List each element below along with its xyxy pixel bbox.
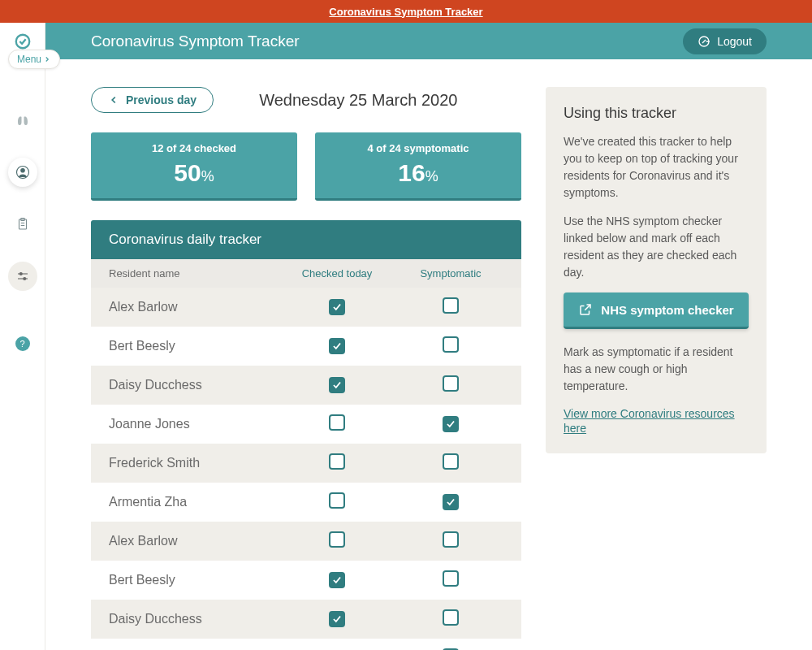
resident-name: Armentia Zha xyxy=(109,495,276,509)
resources-link[interactable]: View more Coronavirus resources here xyxy=(564,407,735,435)
previous-day-label: Previous day xyxy=(126,93,197,106)
stat-symptomatic: 4 of 24 symptomatic 16% xyxy=(315,132,521,201)
sidebar-item-settings[interactable] xyxy=(8,262,37,291)
resident-name: Frederick Smith xyxy=(109,456,276,470)
date-nav: Previous day Wednesday 25 March 2020 xyxy=(91,87,521,113)
resident-name: Alex Barlow xyxy=(109,534,276,548)
symptomatic-checkbox[interactable] xyxy=(443,416,459,432)
stat-checked: 12 of 24 checked 50% xyxy=(91,132,297,201)
stat-symp-value: 16 xyxy=(398,159,425,186)
symptomatic-checkbox[interactable] xyxy=(443,494,459,510)
menu-label: Menu xyxy=(17,54,41,65)
checked-today-checkbox[interactable] xyxy=(329,572,345,588)
info-paragraph: We've created this tracker to help you t… xyxy=(564,133,749,202)
col-header-name: Resident name xyxy=(109,267,276,280)
symptomatic-checkbox[interactable] xyxy=(443,297,459,314)
table-row: Armentia Zha xyxy=(91,483,521,522)
sidebar-item-clipboard[interactable] xyxy=(8,210,37,239)
info-title: Using this tracker xyxy=(564,105,749,122)
checked-today-checkbox[interactable] xyxy=(329,453,345,470)
table-title: Coronavirus daily tracker xyxy=(91,220,521,259)
stat-symp-unit: % xyxy=(425,168,438,184)
nhs-checker-button[interactable]: NHS symptom checker xyxy=(564,292,749,329)
checked-today-checkbox[interactable] xyxy=(329,531,345,548)
stat-symp-sub: 4 of 24 symptomatic xyxy=(315,142,521,154)
logout-icon xyxy=(698,35,710,48)
stat-checked-sub: 12 of 24 checked xyxy=(91,142,297,154)
symptomatic-checkbox[interactable] xyxy=(443,570,459,587)
resident-name: Bert Beesly xyxy=(109,339,276,353)
table-row: Daisy Ducchess xyxy=(91,366,521,405)
symptomatic-checkbox[interactable] xyxy=(443,609,459,626)
resident-name: Alex Barlow xyxy=(109,300,276,314)
symptomatic-checkbox[interactable] xyxy=(443,531,459,548)
resident-name: Joanne Jones xyxy=(109,417,276,431)
chevron-right-icon xyxy=(43,55,51,63)
person-circle-icon xyxy=(15,165,30,180)
nhs-button-label: NHS symptom checker xyxy=(601,303,733,317)
clipboard-icon xyxy=(15,217,30,232)
checked-today-checkbox[interactable] xyxy=(329,492,345,509)
symptomatic-checkbox[interactable] xyxy=(443,453,459,470)
svg-point-10 xyxy=(19,273,22,275)
stats-row: 12 of 24 checked 50% 4 of 24 symptomatic… xyxy=(91,132,521,201)
checked-today-checkbox[interactable] xyxy=(329,299,345,315)
logout-label: Logout xyxy=(717,35,752,48)
table-row: Alex Barlow xyxy=(91,522,521,561)
current-date: Wednesday 25 March 2020 xyxy=(259,91,457,110)
table-row: Joanne Jones xyxy=(91,405,521,444)
svg-point-11 xyxy=(23,278,25,280)
sidebar: ? xyxy=(0,23,45,650)
resident-name: Daisy Ducchess xyxy=(109,612,276,626)
checked-today-checkbox[interactable] xyxy=(329,611,345,627)
sidebar-item-lungs[interactable] xyxy=(8,106,37,135)
page-title: Coronavirus Symptom Tracker xyxy=(91,32,300,50)
table-row: Bert Beesly xyxy=(91,327,521,366)
checked-today-checkbox[interactable] xyxy=(329,338,345,354)
info-paragraph: Use the NHS symptom checker linked below… xyxy=(564,213,749,281)
logout-button[interactable]: Logout xyxy=(683,28,767,54)
svg-point-3 xyxy=(20,169,24,173)
external-link-icon xyxy=(578,302,593,317)
chevron-left-icon xyxy=(108,94,119,106)
table-header: Resident name Checked today Symptomatic xyxy=(91,259,521,288)
table-row: Daisy Ducchess xyxy=(91,600,521,639)
top-banner: Coronavirus Symptom Tracker xyxy=(0,0,812,23)
info-panel: Using this tracker We've created this tr… xyxy=(546,87,767,453)
sidebar-item-resident[interactable] xyxy=(8,158,37,187)
info-paragraph: Mark as symptomatic if a resident has a … xyxy=(564,344,749,395)
menu-toggle[interactable]: Menu xyxy=(8,50,60,69)
lungs-icon xyxy=(15,113,30,128)
col-header-checked: Checked today xyxy=(276,267,398,280)
col-header-symptomatic: Symptomatic xyxy=(398,267,503,280)
table-row: Joanne Jones xyxy=(91,639,521,650)
checked-today-checkbox[interactable] xyxy=(329,414,345,431)
previous-day-button[interactable]: Previous day xyxy=(91,87,214,113)
banner-link[interactable]: Coronavirus Symptom Tracker xyxy=(329,6,482,18)
stat-checked-unit: % xyxy=(201,168,214,184)
table-row: Alex Barlow xyxy=(91,288,521,327)
resident-name: Daisy Ducchess xyxy=(109,378,276,392)
resident-name: Bert Beesly xyxy=(109,573,276,587)
sliders-icon xyxy=(15,269,30,284)
symptomatic-checkbox[interactable] xyxy=(443,375,459,392)
symptomatic-checkbox[interactable] xyxy=(443,336,459,353)
help-button[interactable]: ? xyxy=(15,336,30,351)
table-row: Frederick Smith xyxy=(91,444,521,483)
app-logo-icon xyxy=(14,32,32,50)
table-row: Bert Beesly xyxy=(91,561,521,600)
main-content: Previous day Wednesday 25 March 2020 12 … xyxy=(45,59,812,650)
tracker-table: Coronavirus daily tracker Resident name … xyxy=(91,220,521,650)
stat-checked-value: 50 xyxy=(174,159,201,186)
app-header: Coronavirus Symptom Tracker Logout xyxy=(0,23,812,59)
checked-today-checkbox[interactable] xyxy=(329,377,345,393)
